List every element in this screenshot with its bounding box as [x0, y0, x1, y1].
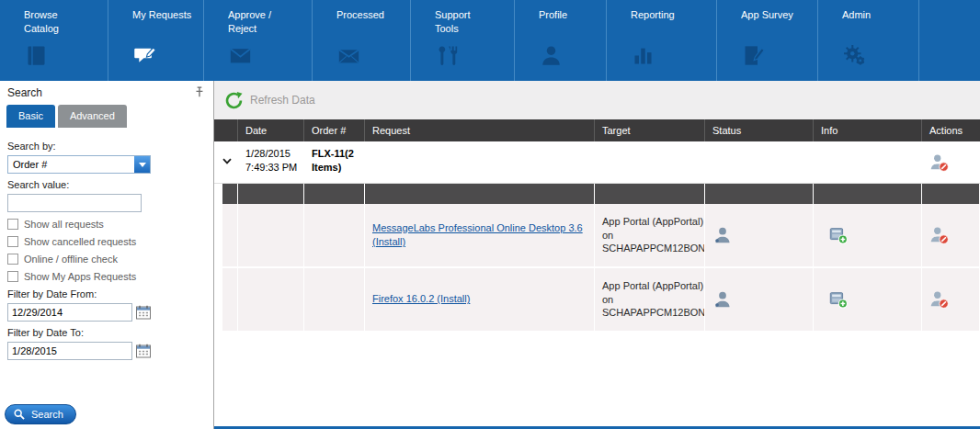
nav-tab-my-requests[interactable]: My Requests — [108, 0, 204, 81]
nav-tab-label: Reporting — [631, 8, 691, 22]
target-text: App Portal (AppPortal) on SCHAPAPPCM12BO… — [602, 279, 705, 321]
approve-reject-inbox-icon — [228, 43, 253, 68]
group-expand-cell — [214, 141, 238, 183]
nested-header-cell — [705, 184, 814, 204]
column-header-order[interactable]: Order # — [304, 119, 365, 141]
column-header-request[interactable]: Request — [365, 119, 595, 141]
date-from-field — [7, 303, 206, 322]
request-link[interactable]: MessageLabs Professional Online Desktop … — [372, 221, 587, 250]
group-order-number: FLX-11(2 Items) — [304, 141, 365, 183]
nested-header-cell — [222, 184, 238, 204]
order-group-row: 1/28/2015 7:49:33 PM FLX-11(2 Items) — [214, 141, 980, 184]
checkbox-row-show-my-apps-requests: Show My Apps Requests — [7, 271, 206, 282]
checkbox-row-show-cancelled-requests: Show cancelled requests — [7, 236, 206, 247]
nav-tab-reporting[interactable]: Reporting — [607, 0, 717, 81]
nested-header-cell — [595, 184, 705, 204]
search-by-label: Search by: — [7, 141, 206, 152]
column-header-status[interactable]: Status — [705, 119, 814, 141]
nav-tab-label: My Requests — [132, 8, 193, 22]
cancel-request-icon[interactable] — [929, 225, 950, 245]
nested-header-cell — [922, 184, 980, 204]
calendar-icon[interactable] — [135, 343, 152, 359]
expand-column-header — [214, 119, 238, 141]
refresh-data-label: Refresh Data — [250, 94, 315, 107]
nav-tab-label: Browse Catalog — [24, 8, 85, 37]
nested-header-cell — [814, 184, 922, 204]
column-header-info[interactable]: Info — [814, 119, 922, 141]
search-form: Search by: Order # Search value: Show al… — [0, 128, 213, 360]
request-row: MessageLabs Professional Online Desktop … — [214, 204, 980, 268]
requests-content: Refresh Data Date Order # Request Target… — [214, 81, 980, 429]
tab-basic[interactable]: Basic — [6, 105, 55, 128]
nav-tab-processed[interactable]: Processed — [313, 0, 411, 81]
checkbox-row-online-offline-check: Online / offline check — [7, 254, 206, 265]
group-info-cell — [814, 141, 922, 183]
admin-gears-icon — [842, 43, 867, 68]
column-header-target[interactable]: Target — [595, 119, 705, 141]
search-panel-title: Search — [7, 86, 42, 99]
nav-tab-label: Processed — [336, 8, 397, 22]
column-header-actions[interactable]: Actions — [922, 119, 980, 141]
profile-person-icon — [539, 43, 564, 68]
dropdown-arrow-icon[interactable] — [134, 156, 150, 173]
search-button-label: Search — [31, 409, 63, 420]
group-actions-cell — [922, 141, 980, 183]
nested-header-cell — [304, 184, 365, 204]
checkbox-row-show-all-requests: Show all requests — [7, 219, 206, 230]
reporting-chart-icon — [631, 43, 655, 68]
group-target-cell — [595, 141, 705, 183]
nav-tab-label: Support Tools — [435, 8, 496, 37]
catalog-book-icon — [24, 43, 49, 68]
online-offline-check-checkbox[interactable] — [7, 254, 18, 265]
date-from-input[interactable] — [7, 303, 132, 322]
user-status-icon — [712, 289, 733, 310]
date-to-input[interactable] — [7, 342, 132, 360]
nav-tab-admin[interactable]: Admin — [818, 0, 919, 81]
search-button[interactable]: Search — [5, 404, 76, 424]
nested-header-cell — [365, 184, 595, 204]
nav-tab-label: App Survey — [741, 8, 802, 22]
checkbox-label: Show all requests — [24, 219, 104, 230]
show-cancelled-requests-checkbox[interactable] — [7, 236, 18, 247]
search-panel-header: Search — [0, 81, 213, 103]
date-from-label: Filter by Date From: — [7, 288, 206, 299]
cancel-request-icon[interactable] — [929, 152, 950, 173]
refresh-data-button[interactable]: Refresh Data — [224, 91, 315, 110]
add-application-icon[interactable] — [828, 225, 849, 245]
target-text: App Portal (AppPortal) on SCHAPAPPCM12BO… — [602, 215, 705, 256]
search-value-input[interactable] — [7, 194, 142, 212]
nested-grid-header — [214, 184, 980, 204]
search-by-selected-value: Order # — [8, 156, 150, 170]
search-panel: Search Basic Advanced Search by: Order #… — [0, 81, 214, 429]
nav-tab-profile[interactable]: Profile — [515, 0, 607, 81]
group-request-cell — [365, 141, 595, 183]
checkbox-label: Online / offline check — [24, 254, 118, 265]
request-link[interactable]: Firefox 16.0.2 (Install) — [372, 292, 470, 306]
nav-tab-approve-reject[interactable]: Approve / Reject — [204, 0, 313, 81]
collapse-chevron-icon[interactable] — [222, 157, 233, 165]
tab-advanced[interactable]: Advanced — [58, 105, 127, 128]
top-navigation: Browse Catalog My Requests Approve / Rej… — [0, 0, 980, 81]
search-by-dropdown[interactable]: Order # — [7, 155, 151, 174]
date-to-label: Filter by Date To: — [7, 327, 206, 338]
show-my-apps-requests-checkbox[interactable] — [7, 271, 18, 282]
column-header-date[interactable]: Date — [238, 119, 304, 141]
request-row: Firefox 16.0.2 (Install) App Portal (App… — [214, 268, 980, 333]
my-requests-chat-icon — [132, 43, 157, 68]
search-magnifier-icon — [13, 408, 26, 421]
nav-tab-label: Admin — [842, 8, 903, 22]
cancel-request-icon[interactable] — [929, 289, 950, 310]
nav-tab-support-tools[interactable]: Support Tools — [411, 0, 515, 81]
nested-header-cell — [238, 184, 304, 204]
nav-tab-app-survey[interactable]: App Survey — [717, 0, 818, 81]
add-application-icon[interactable] — [828, 289, 849, 310]
search-value-label: Search value: — [7, 179, 206, 190]
nav-tab-browse-catalog[interactable]: Browse Catalog — [0, 0, 108, 81]
pin-icon[interactable] — [192, 85, 206, 99]
nav-tab-label: Approve / Reject — [228, 8, 289, 37]
grid-toolbar: Refresh Data — [214, 81, 980, 119]
calendar-icon[interactable] — [135, 304, 152, 321]
show-all-requests-checkbox[interactable] — [7, 219, 18, 230]
search-tabs: Basic Advanced — [0, 103, 213, 128]
checkbox-label: Show cancelled requests — [24, 236, 136, 247]
